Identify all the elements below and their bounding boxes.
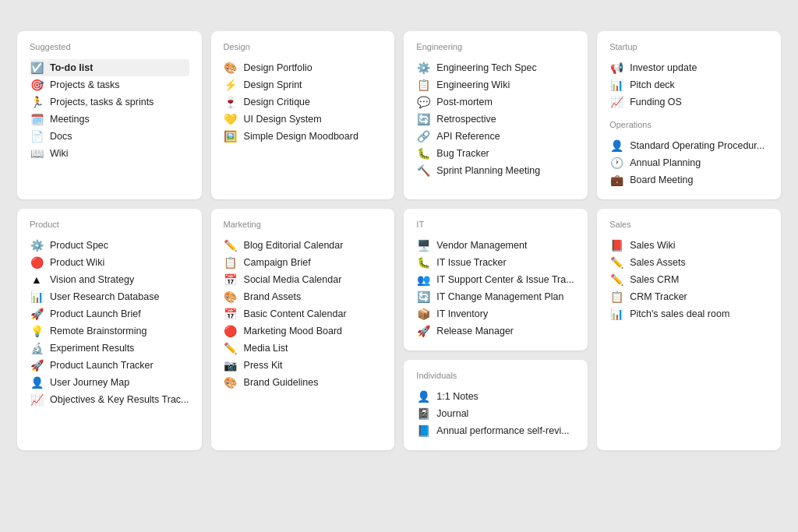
list-item[interactable]: ✏️ Sales CRM [609,271,768,288]
list-item[interactable]: 🚀 Product Launch Tracker [30,357,189,374]
card-title-it: IT [416,220,575,229]
list-item[interactable]: 📓 Journal [416,405,575,422]
list-item[interactable]: 🔨 Sprint Planning Meeting [416,162,575,179]
list-item[interactable]: ✏️ Blog Editorial Calendar [224,237,383,254]
item-icon: 🔨 [416,164,430,177]
list-item[interactable]: ▲ Vision and Strategy [30,271,189,288]
list-item[interactable]: 📅 Social Media Calendar [224,271,383,288]
item-icon: 👥 [416,273,430,286]
list-item[interactable]: 📅 Basic Content Calendar [224,305,383,322]
list-item[interactable]: 📊 User Research Database [30,288,189,305]
list-item[interactable]: 🔴 Marketing Mood Board [224,322,383,340]
list-item[interactable]: 📷 Press Kit [224,357,383,374]
list-item[interactable]: 📊 Pitch deck [609,76,768,93]
list-item[interactable]: 🏃 Projects, tasks & sprints [30,93,189,111]
item-label: Design Critique [244,97,310,107]
list-item[interactable]: 🔄 IT Change Management Plan [416,288,575,305]
list-item[interactable]: 🖼️ Simple Design Moodboard [224,128,383,145]
list-item[interactable]: 🚀 Product Launch Brief [30,305,189,322]
list-item[interactable]: ✏️ Sales Assets [609,254,768,271]
item-label: Projects & tasks [50,79,120,90]
card-title-operations: Operations [609,120,768,129]
item-label: Engineering Tech Spec [436,62,536,73]
item-label: Pitch's sales deal room [630,308,729,319]
item-label: Sales Wiki [630,240,675,251]
list-item[interactable]: ⚙️ Product Spec [30,237,189,254]
list-item[interactable]: 📘 Annual performance self-revi... [416,422,575,439]
item-label: Design Sprint [244,79,302,90]
list-item[interactable]: 💡 Remote Brainstorming [30,322,189,340]
item-icon: 🕐 [609,157,623,169]
list-item[interactable]: 🔬 Experiment Results [30,340,189,357]
list-item[interactable]: 📖 Wiki [30,145,189,162]
list-item[interactable]: 📋 Engineering Wiki [416,76,575,93]
item-icon: 📓 [416,407,430,420]
suggested-list: ☑️ To-do list 🎯 Projects & tasks 🏃 Proje… [30,59,189,162]
item-label: User Journey Map [50,377,129,388]
item-icon: 📊 [609,79,623,91]
item-label: Board Meeting [630,174,693,185]
list-item[interactable]: 📕 Sales Wiki [609,237,768,254]
list-item[interactable]: 🎨 Brand Guidelines [224,374,383,391]
list-item[interactable]: 📊 Pitch's sales deal room [609,305,768,322]
list-item[interactable]: 🎨 Design Portfolio [224,59,383,76]
list-item[interactable]: 🕐 Annual Planning [609,154,768,171]
card-marketing: Marketing ✏️ Blog Editorial Calendar 📋 C… [211,209,395,450]
list-item[interactable]: 🗓️ Meetings [30,111,189,128]
list-item[interactable]: 🔗 API Reference [416,128,575,145]
list-item[interactable]: 🖥️ Vendor Management [416,237,575,254]
item-label: Product Launch Brief [50,308,141,319]
item-icon: 📄 [30,130,44,143]
list-item[interactable]: 📋 CRM Tracker [609,288,768,305]
list-item[interactable]: 🚀 Release Manager [416,322,575,340]
item-label: Simple Design Moodboard [244,131,358,142]
list-item[interactable]: ⚙️ Engineering Tech Spec [416,59,575,76]
list-item[interactable]: 🎯 Projects & tasks [30,76,189,93]
item-label: UI Design System [244,114,322,125]
item-icon: 🎨 [224,376,238,389]
item-icon: 🐛 [416,147,430,160]
item-icon: 📷 [224,359,238,372]
item-label: To-do list [50,62,93,73]
item-icon: 📈 [30,393,44,406]
item-icon: ✏️ [609,256,623,269]
list-item[interactable]: 🎨 Brand Assets [224,288,383,305]
list-item[interactable]: 🔄 Retrospective [416,111,575,128]
item-label: Journal [436,408,468,419]
item-icon: ☑️ [30,62,44,74]
list-item[interactable]: 📄 Docs [30,128,189,145]
list-item[interactable]: ☑️ To-do list [30,59,189,76]
list-item[interactable]: 💬 Post-mortem [416,93,575,111]
list-item[interactable]: 🔴 Product Wiki [30,254,189,271]
list-item[interactable]: 📢 Investor update [609,59,768,76]
list-item[interactable]: 📈 Funding OS [609,93,768,111]
item-icon: 📈 [609,96,623,108]
item-label: Funding OS [630,97,682,107]
card-title-suggested: Suggested [30,42,189,51]
item-label: Meetings [50,114,90,125]
list-item[interactable]: 💛 UI Design System [224,111,383,128]
item-label: Vision and Strategy [50,274,134,285]
list-item[interactable]: 👤 User Journey Map [30,374,189,391]
item-icon: 📢 [609,62,623,74]
item-label: IT Inventory [436,308,488,319]
list-item[interactable]: 🍷 Design Critique [224,93,383,111]
list-item[interactable]: 👤 1:1 Notes [416,388,575,405]
list-item[interactable]: 📦 IT Inventory [416,305,575,322]
list-item[interactable]: ⚡ Design Sprint [224,76,383,93]
list-item[interactable]: 🐛 Bug Tracker [416,145,575,162]
card-title-sales: Sales [609,220,768,229]
item-label: Wiki [50,148,69,159]
list-item[interactable]: 👤 Standard Operating Procedur... [609,137,768,154]
list-item[interactable]: 📋 Campaign Brief [224,254,383,271]
list-item[interactable]: 📈 Objectives & Key Results Trac... [30,391,189,408]
list-item[interactable]: 💼 Board Meeting [609,171,768,188]
item-icon: ✏️ [609,273,623,286]
list-item[interactable]: 🐛 IT Issue Tracker [416,254,575,271]
list-item[interactable]: ✏️ Media List [224,340,383,357]
item-label: Retrospective [436,114,496,125]
list-item[interactable]: 👥 IT Support Center & Issue Tra... [416,271,575,288]
item-label: Post-mortem [436,97,493,107]
item-label: Design Portfolio [244,62,312,73]
item-icon: 🚀 [30,359,44,372]
